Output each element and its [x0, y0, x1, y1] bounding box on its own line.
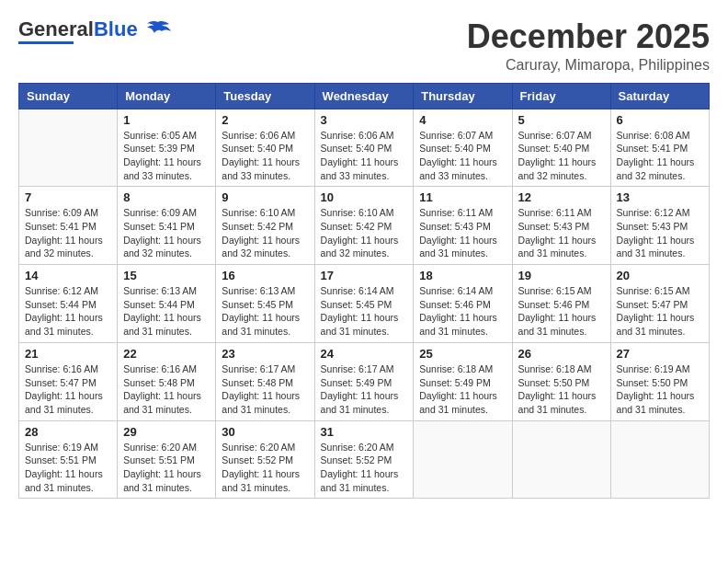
- table-row: 14Sunrise: 6:12 AMSunset: 5:44 PMDayligh…: [19, 265, 118, 343]
- day-info: Sunrise: 6:15 AMSunset: 5:46 PMDaylight:…: [518, 284, 605, 339]
- day-info: Sunrise: 6:13 AMSunset: 5:44 PMDaylight:…: [123, 284, 210, 339]
- day-number: 14: [25, 269, 111, 282]
- header-wednesday: Wednesday: [314, 83, 414, 109]
- day-number: 3: [321, 113, 408, 127]
- header-saturday: Saturday: [610, 83, 709, 109]
- day-number: 15: [123, 269, 210, 282]
- table-row: 3Sunrise: 6:06 AMSunset: 5:40 PMDaylight…: [314, 109, 414, 187]
- day-info: Sunrise: 6:15 AMSunset: 5:47 PMDaylight:…: [617, 284, 703, 339]
- day-info: Sunrise: 6:06 AMSunset: 5:40 PMDaylight:…: [321, 129, 408, 183]
- day-number: 30: [222, 425, 308, 439]
- table-row: 30Sunrise: 6:20 AMSunset: 5:52 PMDayligh…: [216, 420, 314, 499]
- location: Caruray, Mimaropa, Philippines: [467, 57, 710, 74]
- table-row: 5Sunrise: 6:07 AMSunset: 5:40 PMDaylight…: [512, 109, 610, 187]
- calendar-week-row: 28Sunrise: 6:19 AMSunset: 5:51 PMDayligh…: [19, 420, 710, 499]
- table-row: [512, 420, 610, 499]
- day-number: 20: [617, 269, 703, 282]
- day-number: 16: [222, 269, 308, 282]
- day-info: Sunrise: 6:11 AMSunset: 5:43 PMDaylight:…: [518, 206, 605, 260]
- day-info: Sunrise: 6:20 AMSunset: 5:52 PMDaylight:…: [321, 441, 408, 495]
- header-monday: Monday: [118, 83, 216, 109]
- day-info: Sunrise: 6:17 AMSunset: 5:49 PMDaylight:…: [321, 362, 408, 417]
- table-row: 23Sunrise: 6:17 AMSunset: 5:48 PMDayligh…: [216, 342, 314, 420]
- header-sunday: Sunday: [19, 83, 118, 109]
- day-number: 18: [419, 269, 506, 282]
- table-row: 19Sunrise: 6:15 AMSunset: 5:46 PMDayligh…: [512, 265, 610, 343]
- day-number: 13: [617, 190, 703, 204]
- table-row: 13Sunrise: 6:12 AMSunset: 5:43 PMDayligh…: [610, 187, 709, 265]
- table-row: [414, 420, 512, 499]
- day-info: Sunrise: 6:11 AMSunset: 5:43 PMDaylight:…: [419, 206, 506, 260]
- table-row: 15Sunrise: 6:13 AMSunset: 5:44 PMDayligh…: [118, 265, 216, 343]
- month-title: December 2025: [467, 18, 710, 55]
- day-info: Sunrise: 6:19 AMSunset: 5:50 PMDaylight:…: [617, 362, 703, 417]
- table-row: 6Sunrise: 6:08 AMSunset: 5:41 PMDaylight…: [610, 109, 709, 187]
- day-number: 31: [321, 425, 408, 439]
- table-row: 2Sunrise: 6:06 AMSunset: 5:40 PMDaylight…: [216, 109, 314, 187]
- table-row: 29Sunrise: 6:20 AMSunset: 5:51 PMDayligh…: [118, 420, 216, 499]
- calendar-week-row: 14Sunrise: 6:12 AMSunset: 5:44 PMDayligh…: [19, 265, 710, 343]
- table-row: 22Sunrise: 6:16 AMSunset: 5:48 PMDayligh…: [118, 342, 216, 420]
- day-number: 12: [518, 190, 605, 204]
- table-row: 20Sunrise: 6:15 AMSunset: 5:47 PMDayligh…: [610, 265, 709, 343]
- page-header: GeneralBlue December 2025 Caruray, Mimar…: [18, 18, 710, 74]
- logo: GeneralBlue: [18, 18, 171, 44]
- table-row: 28Sunrise: 6:19 AMSunset: 5:51 PMDayligh…: [19, 420, 118, 499]
- header-thursday: Thursday: [414, 83, 512, 109]
- table-row: 12Sunrise: 6:11 AMSunset: 5:43 PMDayligh…: [512, 187, 610, 265]
- calendar-table: Sunday Monday Tuesday Wednesday Thursday…: [18, 83, 710, 500]
- day-number: 17: [321, 269, 408, 282]
- day-info: Sunrise: 6:07 AMSunset: 5:40 PMDaylight:…: [419, 129, 506, 183]
- day-number: 4: [419, 113, 506, 127]
- table-row: 16Sunrise: 6:13 AMSunset: 5:45 PMDayligh…: [216, 265, 314, 343]
- header-friday: Friday: [512, 83, 610, 109]
- table-row: 17Sunrise: 6:14 AMSunset: 5:45 PMDayligh…: [314, 265, 414, 343]
- day-info: Sunrise: 6:08 AMSunset: 5:41 PMDaylight:…: [617, 129, 703, 183]
- table-row: 1Sunrise: 6:05 AMSunset: 5:39 PMDaylight…: [118, 109, 216, 187]
- day-number: 19: [518, 269, 605, 282]
- table-row: 10Sunrise: 6:10 AMSunset: 5:42 PMDayligh…: [314, 187, 414, 265]
- table-row: 25Sunrise: 6:18 AMSunset: 5:49 PMDayligh…: [414, 342, 512, 420]
- day-info: Sunrise: 6:14 AMSunset: 5:46 PMDaylight:…: [419, 284, 506, 339]
- day-number: 23: [222, 347, 308, 361]
- day-number: 22: [123, 347, 210, 361]
- day-number: 24: [321, 347, 408, 361]
- table-row: 7Sunrise: 6:09 AMSunset: 5:41 PMDaylight…: [19, 187, 118, 265]
- day-info: Sunrise: 6:17 AMSunset: 5:48 PMDaylight:…: [222, 362, 308, 417]
- day-info: Sunrise: 6:10 AMSunset: 5:42 PMDaylight:…: [222, 206, 308, 260]
- table-row: 4Sunrise: 6:07 AMSunset: 5:40 PMDaylight…: [414, 109, 512, 187]
- day-number: 8: [123, 190, 210, 204]
- day-info: Sunrise: 6:12 AMSunset: 5:43 PMDaylight:…: [617, 206, 703, 260]
- calendar-week-row: 7Sunrise: 6:09 AMSunset: 5:41 PMDaylight…: [19, 187, 710, 265]
- header-tuesday: Tuesday: [216, 83, 314, 109]
- day-info: Sunrise: 6:18 AMSunset: 5:50 PMDaylight:…: [518, 362, 605, 417]
- day-number: 10: [321, 190, 408, 204]
- day-info: Sunrise: 6:07 AMSunset: 5:40 PMDaylight:…: [518, 129, 605, 183]
- logo-blue: Blue: [94, 17, 138, 40]
- day-info: Sunrise: 6:09 AMSunset: 5:41 PMDaylight:…: [25, 206, 111, 260]
- day-number: 5: [518, 113, 605, 127]
- day-info: Sunrise: 6:20 AMSunset: 5:51 PMDaylight:…: [123, 441, 210, 495]
- day-info: Sunrise: 6:14 AMSunset: 5:45 PMDaylight:…: [321, 284, 408, 339]
- day-info: Sunrise: 6:16 AMSunset: 5:47 PMDaylight:…: [25, 362, 111, 417]
- day-number: 26: [518, 347, 605, 361]
- day-number: 27: [617, 347, 703, 361]
- day-info: Sunrise: 6:13 AMSunset: 5:45 PMDaylight:…: [222, 284, 308, 339]
- table-row: 9Sunrise: 6:10 AMSunset: 5:42 PMDaylight…: [216, 187, 314, 265]
- day-number: 25: [419, 347, 506, 361]
- calendar-header-row: Sunday Monday Tuesday Wednesday Thursday…: [19, 83, 710, 109]
- day-info: Sunrise: 6:12 AMSunset: 5:44 PMDaylight:…: [25, 284, 111, 339]
- day-number: 21: [25, 347, 111, 361]
- day-number: 9: [222, 190, 308, 204]
- day-info: Sunrise: 6:10 AMSunset: 5:42 PMDaylight:…: [321, 206, 408, 260]
- table-row: 18Sunrise: 6:14 AMSunset: 5:46 PMDayligh…: [414, 265, 512, 343]
- logo-general: General: [18, 17, 94, 40]
- table-row: 21Sunrise: 6:16 AMSunset: 5:47 PMDayligh…: [19, 342, 118, 420]
- logo-bird-icon: [145, 20, 171, 40]
- day-number: 29: [123, 425, 210, 439]
- day-info: Sunrise: 6:06 AMSunset: 5:40 PMDaylight:…: [222, 129, 308, 183]
- day-number: 28: [25, 425, 111, 439]
- calendar-week-row: 1Sunrise: 6:05 AMSunset: 5:39 PMDaylight…: [19, 109, 710, 187]
- table-row: 31Sunrise: 6:20 AMSunset: 5:52 PMDayligh…: [314, 420, 414, 499]
- day-info: Sunrise: 6:05 AMSunset: 5:39 PMDaylight:…: [123, 129, 210, 183]
